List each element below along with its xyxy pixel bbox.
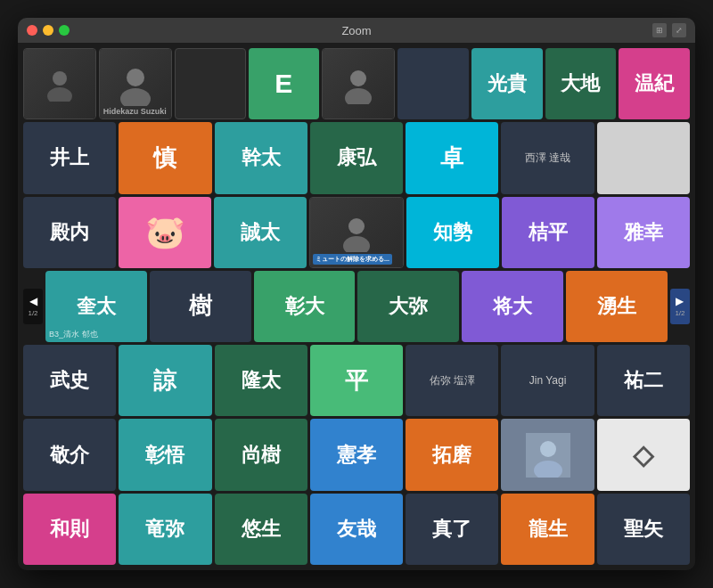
name-naoki: 尚樹 xyxy=(242,442,281,469)
nav-right-arrow[interactable]: ▶ 1/2 xyxy=(670,289,690,324)
name-chise: 知勢 xyxy=(433,219,472,246)
tile-seiya[interactable]: 聖矢 xyxy=(597,494,690,565)
name-itsuki: 樹 xyxy=(189,290,212,322)
window-controls xyxy=(27,25,70,36)
maximize-button[interactable] xyxy=(59,25,70,36)
letter-tile-E[interactable]: E xyxy=(249,48,320,119)
tile-ryuta[interactable]: 隆太 xyxy=(215,345,307,416)
tile-masayuki[interactable]: 雅幸 xyxy=(597,197,690,268)
tile-taku[interactable]: 卓 xyxy=(406,122,498,193)
minimize-button[interactable] xyxy=(43,25,53,36)
tile-keita[interactable]: 奎太 B3_清水 郁也 xyxy=(45,271,147,342)
tile-kazunori[interactable]: 和則 xyxy=(23,494,116,565)
mute-badge[interactable]: ミュートの解除を求める... xyxy=(313,254,392,265)
right-arrow-icon: ▶ xyxy=(676,295,684,307)
svg-point-9 xyxy=(540,441,556,457)
tile-seita[interactable]: 誠太 xyxy=(214,197,307,268)
name-mitsuki: 光貴 xyxy=(488,70,527,97)
name-yuki2: 悠生 xyxy=(242,516,281,543)
video-cell-1[interactable] xyxy=(23,48,96,119)
name-yuki: 湧生 xyxy=(597,293,636,320)
svg-point-5 xyxy=(345,88,372,104)
tile-pig[interactable]: 🐷 xyxy=(119,197,211,268)
name-haruki: 温紀 xyxy=(635,70,674,97)
tile-ryusei[interactable]: 龍生 xyxy=(501,494,594,565)
tile-itsuki[interactable]: 樹 xyxy=(150,271,251,342)
tile-takeshi[interactable]: 武史 xyxy=(23,345,116,416)
grid-row-3: 殿内 🐷 誠太 ミュートの解除を求める... 知勢 xyxy=(23,197,690,268)
tile-tatsuya[interactable]: 竜弥 xyxy=(119,494,211,565)
tile-inoue[interactable]: 井上 xyxy=(23,122,116,193)
svg-point-6 xyxy=(348,218,365,234)
tile-masato[interactable]: 真了 xyxy=(406,494,498,565)
pig-emoji: 🐷 xyxy=(145,214,185,251)
tile-haruki[interactable]: 温紀 xyxy=(619,48,690,119)
name-inoue: 井上 xyxy=(50,144,89,171)
tile-shogo[interactable]: 彰悟 xyxy=(119,419,211,490)
participant-grid: Hidekazu Suzuki E 光 xyxy=(23,48,690,565)
tile-yuji[interactable]: 祐二 xyxy=(597,345,690,416)
tile-keisuke[interactable]: 敬介 xyxy=(23,419,116,490)
grid-row-4: ◀ 1/2 奎太 B3_清水 郁也 樹 彰大 大弥 将大 xyxy=(23,271,690,342)
close-button[interactable] xyxy=(27,25,37,36)
tile-hiroya[interactable]: 大弥 xyxy=(357,271,459,342)
name-yuji: 祐二 xyxy=(624,367,663,394)
grid-view-icon[interactable]: ⊞ xyxy=(652,23,667,37)
name-ryo: 諒 xyxy=(153,365,176,396)
tile-jin-yagi: Jin Yagi xyxy=(501,345,594,416)
name-taira: 平 xyxy=(345,365,368,396)
tile-nishizawa: 西澤 達哉 xyxy=(501,122,594,193)
name-taku: 卓 xyxy=(440,143,463,174)
tile-diamond: ◇ xyxy=(597,419,690,490)
name-shogo: 彰悟 xyxy=(145,442,184,469)
name-kanta: 幹太 xyxy=(242,144,281,171)
tile-kanta[interactable]: 幹太 xyxy=(215,122,307,193)
tile-yuki[interactable]: 湧生 xyxy=(566,271,668,342)
nav-left-arrow[interactable]: ◀ 1/2 xyxy=(23,289,43,324)
video-cell-2[interactable]: Hidekazu Suzuki xyxy=(99,48,172,119)
tile-naoki[interactable]: 尚樹 xyxy=(215,419,307,490)
grid-row-5: 武史 諒 隆太 平 佑弥 塩澤 Jin Yagi 祐二 xyxy=(23,345,690,416)
video-cell-4[interactable] xyxy=(322,48,395,119)
svg-point-1 xyxy=(47,87,72,102)
tile-takuma[interactable]: 拓磨 xyxy=(406,419,498,490)
tile-masahiro[interactable]: 将大 xyxy=(462,271,563,342)
tile-ryo[interactable]: 諒 xyxy=(119,345,211,416)
video-placeholder-4 xyxy=(323,49,394,118)
tile-noritaka[interactable]: 憲孝 xyxy=(310,419,403,490)
titlebar: Zoom ⊞ ⤢ xyxy=(18,18,695,43)
name-akihiro: 彰大 xyxy=(285,293,324,320)
grid-row-6: 敬介 彰悟 尚樹 憲孝 拓磨 xyxy=(23,419,690,490)
letter-E: E xyxy=(275,69,292,99)
tile-yuki2[interactable]: 悠生 xyxy=(215,494,307,565)
left-arrow-icon: ◀ xyxy=(29,295,37,307)
name-kippei: 桔平 xyxy=(529,219,568,246)
video-cell-3[interactable] xyxy=(175,48,246,119)
fullscreen-icon[interactable]: ⤢ xyxy=(672,23,686,37)
tile-yasuhiro[interactable]: 康弘 xyxy=(310,122,403,193)
name-seiya: 聖矢 xyxy=(624,516,663,543)
tile-mitsuki[interactable]: 光貴 xyxy=(471,48,543,119)
name-tononuchi: 殿内 xyxy=(50,219,89,246)
grid-row-2: 井上 慎 幹太 康弘 卓 西澤 達哉 xyxy=(23,122,690,193)
video-cell-5[interactable]: ミュートの解除を求める... xyxy=(309,197,404,268)
tile-photo[interactable] xyxy=(501,419,594,490)
tile-tomoya[interactable]: 友哉 xyxy=(310,494,403,565)
main-content: Hidekazu Suzuki E 光 xyxy=(18,43,695,570)
tile-daichi[interactable]: 大地 xyxy=(545,48,617,119)
name-takeshi: 武史 xyxy=(50,367,89,394)
tile-akihiro[interactable]: 彰大 xyxy=(254,271,356,342)
name-shin: 慎 xyxy=(153,143,176,174)
tile-chise[interactable]: 知勢 xyxy=(406,197,499,268)
page-indicator-right: 1/2 xyxy=(675,309,684,317)
name-noritaka: 憲孝 xyxy=(337,442,376,469)
tile-shin[interactable]: 慎 xyxy=(119,122,211,193)
name-ryuta: 隆太 xyxy=(242,367,281,394)
name-tomoya: 友哉 xyxy=(337,516,376,543)
tile-tononuchi[interactable]: 殿内 xyxy=(23,197,116,268)
tile-kippei[interactable]: 桔平 xyxy=(502,197,594,268)
titlebar-actions: ⊞ ⤢ xyxy=(652,23,686,37)
tile-taira[interactable]: 平 xyxy=(310,345,403,416)
name-hiroya: 大弥 xyxy=(389,293,428,320)
diamond-symbol: ◇ xyxy=(633,439,653,470)
